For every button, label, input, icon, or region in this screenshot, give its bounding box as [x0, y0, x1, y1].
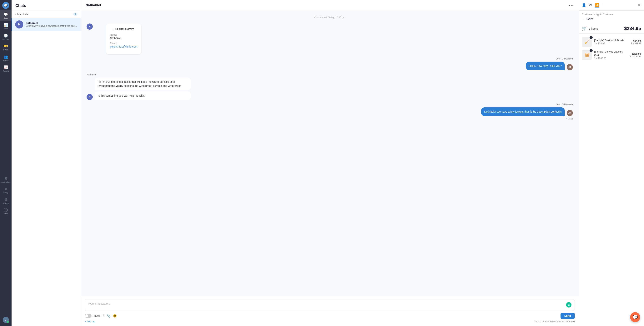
add-icon[interactable]: + [602, 3, 604, 7]
pre-chat-name-field: Name: Nathaniel [110, 34, 137, 40]
sidebar-label-help: Help [4, 212, 8, 214]
chat-info-nathaniel: Nathaniel Definitely! We have a few jack… [26, 22, 78, 27]
message-input-box[interactable]: Type a message... G [85, 299, 575, 311]
laundry-name: [Sample] Canvas Laundry Cart [594, 50, 628, 57]
chat-item-nathaniel[interactable]: N Nathaniel Definitely! We have a few ja… [12, 18, 80, 31]
sidebar-item-archives[interactable]: 🕐 Archives [0, 32, 12, 42]
livechat-fab-icon: 💬 [633, 315, 638, 320]
sidebar-item-reports[interactable]: 📈 Reports [0, 63, 12, 74]
laundry-icon: 🧺 [584, 52, 590, 57]
my-chats-section[interactable]: ▾ My chats 1 [12, 11, 80, 18]
sidebar-item-billing[interactable]: ≡ Billing [0, 185, 12, 195]
svg-text:JP: JP [568, 66, 571, 69]
input-hints-text: Type # for canned responses | for emoji [534, 320, 575, 323]
bubble-definitely: Definitely! We have a few jackets that f… [481, 107, 565, 116]
toggle-switch[interactable] [85, 314, 92, 318]
sidebar-logo: 💬 [2, 2, 9, 9]
laundry-price: $200.00 1 x $200.00 [630, 52, 641, 58]
chat-list-header: Chats [12, 0, 80, 11]
sidebar-label-settings: Settings [3, 202, 9, 204]
chat-main: Nathaniel ••• Chat started: Today, 10:20… [81, 0, 578, 326]
input-toolbar: Private # 📎 😊 Send [85, 313, 575, 319]
toggle-knob [85, 314, 88, 317]
sidebar-item-settings[interactable]: ⚙ Settings [0, 195, 12, 206]
sidebar-label-traffic: Traffic [4, 28, 8, 30]
hashtag-icon[interactable]: # [103, 314, 104, 317]
billing-icon: ≡ [5, 187, 7, 191]
bubble-hello: Hello. How may I help you? [526, 62, 565, 70]
cart-items-list: 🧹 1 [Sample] Dustpan & Brush 1 x $34.95 … [579, 34, 644, 63]
send-button[interactable]: Send [560, 313, 575, 319]
chats-icon: 💬 [4, 12, 8, 17]
chat-avatar-nathaniel: N [15, 21, 23, 29]
attachment-icon[interactable]: 📎 [107, 314, 110, 318]
sidebar: 💬 💬 Chats 📊 Traffic 🕐 Archives 🎫 Tickets… [0, 0, 12, 326]
right-panel: 👤 👁 📶 + ✕ Customer Insight / Customer ← … [578, 0, 644, 326]
back-arrow-icon[interactable]: ← [582, 17, 585, 21]
message-row-definitely: John G Pearson JP Definitely! We have a … [86, 103, 573, 120]
dustpan-qty: 1 x $34.95 [594, 42, 628, 45]
pre-chat-survey-container: N Pre-chat survey Name: Nathaniel E-mail… [86, 24, 573, 54]
eye-icon[interactable]: 👁 [589, 3, 592, 7]
traffic-icon: 📊 [4, 23, 8, 27]
online-status-dot [7, 321, 9, 323]
cart-item-laundry: 🧺 1 [Sample] Canvas Laundry Cart 1 x $20… [582, 50, 641, 60]
more-options-button[interactable]: ••• [569, 3, 574, 8]
user-avatar[interactable]: J [3, 317, 9, 323]
laundry-qty: 1 x $200.00 [594, 57, 628, 60]
sidebar-label-chats: Chats [4, 17, 8, 19]
name-value: Nathaniel [110, 37, 137, 40]
add-tag-button[interactable]: + Add tag [85, 320, 95, 323]
laundry-product-image: 🧺 1 [582, 50, 592, 60]
my-chats-label: My chats [17, 13, 28, 16]
read-status: ✓ Read [566, 118, 573, 120]
dustpan-name: [Sample] Dustpan & Brush [594, 39, 628, 42]
rp-icons: 👤 👁 📶 + [582, 3, 604, 8]
sidebar-item-help[interactable]: ? Help [0, 206, 12, 216]
nathaniel-avatar-survey: N [86, 24, 93, 30]
chart-icon[interactable]: 📶 [595, 3, 599, 8]
dustpan-product-image: 🧹 1 [582, 37, 592, 47]
agent-avatar-definitely: JP [567, 110, 573, 116]
emoji-icon[interactable]: 😊 [113, 314, 117, 318]
dustpan-badge: 1 [590, 36, 593, 39]
dustpan-info: [Sample] Dustpan & Brush 1 x $34.95 [594, 39, 628, 45]
chat-input-area: Type a message... G Private # 📎 😊 Send +… [81, 296, 578, 326]
email-label: E-mail: [110, 42, 137, 45]
sender-name-definitely: John G Pearson [556, 103, 573, 106]
close-button[interactable]: ✕ [638, 3, 641, 8]
help-icon: ? [4, 208, 8, 212]
cart-items-count: 2 items [588, 27, 598, 30]
sidebar-item-traffic[interactable]: 📊 Traffic [0, 21, 12, 32]
cart-title: Cart [586, 17, 593, 21]
chats-title: Chats [16, 4, 26, 8]
laundry-badge: 1 [590, 49, 593, 52]
sidebar-item-marketplace[interactable]: ⊞ Marketplace [0, 175, 12, 185]
person-icon[interactable]: 👤 [582, 3, 586, 7]
message-row-hello: John G Pearson JP Hello. How may I help … [86, 57, 573, 70]
message-with-avatar-jacket: N Hi! I'm trying to find a jacket that w… [86, 78, 191, 100]
sidebar-item-agents[interactable]: 👥 Agents [0, 53, 12, 63]
sidebar-label-archives: Archives [2, 38, 9, 40]
private-toggle[interactable]: Private [85, 314, 100, 318]
sidebar-label-marketplace: Marketplace [1, 181, 10, 183]
chat-preview: Definitely! We have a few jackets that f… [26, 25, 78, 27]
email-value: yejola7410@ibrilo.com [110, 45, 137, 48]
nathaniel-avatar-jacket: N [86, 94, 93, 100]
laundry-info: [Sample] Canvas Laundry Cart 1 x $200.00 [594, 50, 628, 60]
rp-breadcrumb: Customer Insight / Customer [579, 11, 644, 16]
sidebar-item-chats[interactable]: 💬 Chats [0, 11, 12, 21]
livechat-fab[interactable]: 💬 [630, 312, 640, 322]
cart-item-dustpan: 🧹 1 [Sample] Dustpan & Brush 1 x $34.95 … [582, 37, 641, 47]
sidebar-item-tickets[interactable]: 🎫 Tickets [0, 42, 12, 53]
archives-icon: 🕐 [4, 34, 8, 38]
bubble-jacket: Hi! I'm trying to find a jacket that wil… [95, 78, 191, 90]
agent-avatar-hello: JP [567, 64, 573, 70]
settings-icon: ⚙ [4, 197, 7, 202]
input-hints: + Add tag Type # for canned responses | … [85, 319, 575, 323]
grammarly-icon: G [566, 302, 572, 307]
sidebar-label-billing: Billing [4, 192, 8, 194]
bubble-help: Is this something you can help me with? [95, 91, 191, 100]
message-with-avatar-definitely: JP Definitely! We have a few jackets tha… [481, 107, 573, 116]
message-row-jacket: Nathaniel N Hi! I'm trying to find a jac… [86, 73, 573, 100]
